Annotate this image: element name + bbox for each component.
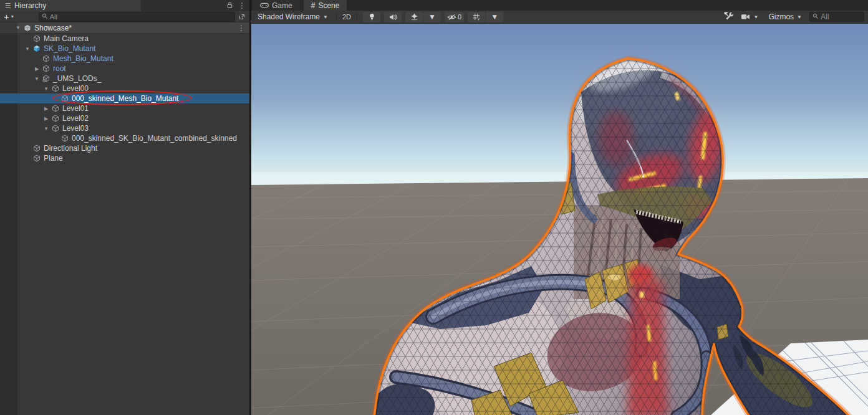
grid-dropdown-caret[interactable]: ▼ — [486, 12, 503, 22]
toggle-2d-button[interactable]: 2D — [342, 13, 351, 21]
effects-dropdown-caret[interactable]: ▼ — [423, 12, 441, 22]
hierarchy-menu-kebab-icon[interactable]: ⋮ — [238, 2, 246, 9]
scene-toolbar: Shaded Wireframe ▼ 2D ▼ 0 — [251, 11, 868, 24]
hierarchy-item-000-skinned-sk-bio-mutant-combined-skinned[interactable]: 000_skinned_SK_Bio_Mutant_combined_skinn… — [0, 133, 249, 143]
hierarchy-item-main-camera[interactable]: Main Camera — [0, 34, 249, 44]
chevron-down-icon: ▼ — [797, 14, 802, 20]
draw-mode-dropdown[interactable]: Shaded Wireframe ▼ — [255, 12, 330, 22]
gameobject-cube-icon — [33, 35, 41, 42]
hierarchy-item-level02[interactable]: ▶Level02 — [0, 113, 249, 123]
hierarchy-item-sk-bio-mutant[interactable]: ▼SK_Bio_Mutant — [0, 44, 249, 54]
scene-camera-dropdown[interactable]: ▼ — [738, 13, 761, 21]
hierarchy-item-label: Level01 — [62, 104, 89, 113]
lighting-toggle-button[interactable] — [363, 12, 380, 22]
custom-tools-icon[interactable] — [724, 12, 733, 22]
gamepad-icon — [260, 1, 269, 10]
sky — [251, 24, 868, 191]
collapse-arrow-icon[interactable]: ▼ — [34, 76, 40, 82]
hierarchy-item-label: SK_Bio_Mutant — [44, 44, 95, 53]
unity-editor-window: ☰ Hierarchy ⋮ + ▾ All — [0, 0, 868, 415]
collapse-arrow-icon[interactable]: ▼ — [24, 46, 31, 52]
game-tab-label: Game — [272, 1, 292, 10]
hierarchy-tree: ▼ Showcase* ⋮ Main Camera▼SK_Bio_MutantM… — [0, 22, 249, 415]
audio-toggle-button[interactable] — [384, 12, 402, 22]
collapse-arrow-icon[interactable]: ▼ — [15, 25, 21, 31]
tab-scene[interactable]: # Scene — [304, 0, 347, 11]
create-object-button[interactable]: + — [2, 12, 11, 21]
scene-3d-viewport[interactable] — [251, 24, 868, 415]
gameobject-cube-icon — [52, 115, 60, 122]
scene-name-label: Showcase* — [34, 24, 72, 32]
search-icon — [813, 12, 819, 21]
eye-off-icon — [447, 14, 456, 21]
hierarchy-toolbar: + ▾ All — [0, 11, 249, 22]
grid-axis-icon — [473, 13, 480, 21]
gizmos-dropdown[interactable]: Gizmos ▼ — [766, 12, 804, 22]
scene-search-input[interactable]: All — [809, 12, 864, 22]
gameobject-cube-icon — [61, 95, 69, 102]
hierarchy-item-plane[interactable]: Plane — [0, 153, 249, 163]
create-dropdown-caret-icon[interactable]: ▾ — [11, 14, 14, 19]
camera-icon — [741, 14, 750, 20]
chevron-down-icon: ▼ — [323, 14, 328, 20]
scene-grid-icon: # — [311, 1, 316, 10]
gizmos-label: Gizmos — [768, 12, 794, 21]
scene-asset-icon — [24, 24, 32, 32]
gameobject-cube-icon — [52, 105, 60, 112]
hidden-count-label: 0 — [458, 13, 461, 21]
hierarchy-titlebar: ☰ Hierarchy ⋮ — [0, 0, 249, 11]
prefab-cube-icon — [33, 45, 41, 52]
gameobject-cube-icon — [42, 55, 51, 62]
hierarchy-panel: ☰ Hierarchy ⋮ + ▾ All — [0, 0, 251, 415]
hierarchy-item-level01[interactable]: ▶Level01 — [0, 103, 249, 113]
lock-icon[interactable] — [226, 1, 233, 11]
view-tabbar: Game # Scene — [251, 0, 868, 11]
hierarchy-item-root[interactable]: ▶root — [0, 64, 249, 74]
hierarchy-item-level00[interactable]: ▼Level00 — [0, 83, 249, 93]
hierarchy-item-label: _UMS_LODs_ — [53, 74, 101, 83]
search-placeholder: All — [50, 13, 57, 21]
hierarchy-search-input[interactable]: All — [39, 12, 235, 22]
hierarchy-item-level03[interactable]: ▼Level03 — [0, 123, 249, 133]
hierarchy-item-000-skinned-mesh-bio-mutant[interactable]: 000_skinned_Mesh_Bio_Mutant — [0, 93, 249, 103]
grid-visibility-button[interactable] — [468, 12, 485, 22]
gameobject-cube-icon — [33, 145, 41, 152]
chevron-down-icon: ▼ — [428, 12, 436, 21]
hierarchy-tab-label: Hierarchy — [14, 1, 46, 10]
scene-search-placeholder: All — [821, 12, 829, 21]
hierarchy-item-label: Directional Light — [44, 144, 97, 153]
hierarchy-item-label: Level02 — [62, 114, 89, 123]
gameobject-cube-icon — [42, 65, 51, 72]
expand-arrow-icon[interactable]: ▶ — [43, 116, 49, 122]
hierarchy-item-label: Mesh_Bio_Mutant — [53, 54, 113, 63]
collapse-arrow-icon[interactable]: ▼ — [43, 126, 49, 131]
chevron-down-icon: ▼ — [491, 12, 498, 21]
hierarchy-item-mesh-bio-mutant[interactable]: Mesh_Bio_Mutant — [0, 54, 249, 64]
tab-hierarchy[interactable]: ☰ Hierarchy — [0, 0, 141, 11]
hidden-objects-button[interactable]: 0 — [445, 12, 464, 22]
hierarchy-item-label: Level00 — [62, 84, 89, 93]
draw-mode-label: Shaded Wireframe — [258, 12, 320, 21]
hierarchy-item-label: 000_skinned_Mesh_Bio_Mutant — [72, 94, 178, 103]
scene-tab-label: Scene — [318, 1, 339, 10]
hierarchy-item-label: root — [53, 64, 66, 73]
gameobject-cube-icon — [52, 85, 60, 92]
popout-window-icon[interactable] — [238, 13, 246, 21]
search-icon — [42, 12, 48, 21]
collapse-arrow-icon[interactable]: ▼ — [43, 86, 49, 92]
hierarchy-item-label: 000_skinned_SK_Bio_Mutant_combined_skinn… — [72, 134, 237, 143]
hierarchy-item-ums-lods[interactable]: ▼_UMS_LODs_ — [0, 74, 249, 83]
scene-menu-kebab-icon[interactable]: ⋮ — [238, 24, 249, 32]
hierarchy-item-label: Level03 — [62, 124, 89, 133]
hamburger-icon: ☰ — [5, 2, 11, 9]
tab-game[interactable]: Game — [253, 0, 300, 11]
hierarchy-item-directional-light[interactable]: Directional Light — [0, 143, 249, 153]
scene-view-panel: Game # Scene Shaded Wireframe ▼ 2D — [251, 0, 868, 415]
hierarchy-item-label: Plane — [44, 154, 63, 163]
scene-render — [251, 24, 868, 415]
expand-arrow-icon[interactable]: ▶ — [34, 66, 40, 72]
expand-arrow-icon[interactable]: ▶ — [43, 106, 49, 112]
scene-header-row-showcase[interactable]: ▼ Showcase* ⋮ — [0, 22, 249, 34]
gameobject-cube-icon — [52, 125, 60, 132]
effects-toggle-button[interactable] — [405, 12, 423, 22]
